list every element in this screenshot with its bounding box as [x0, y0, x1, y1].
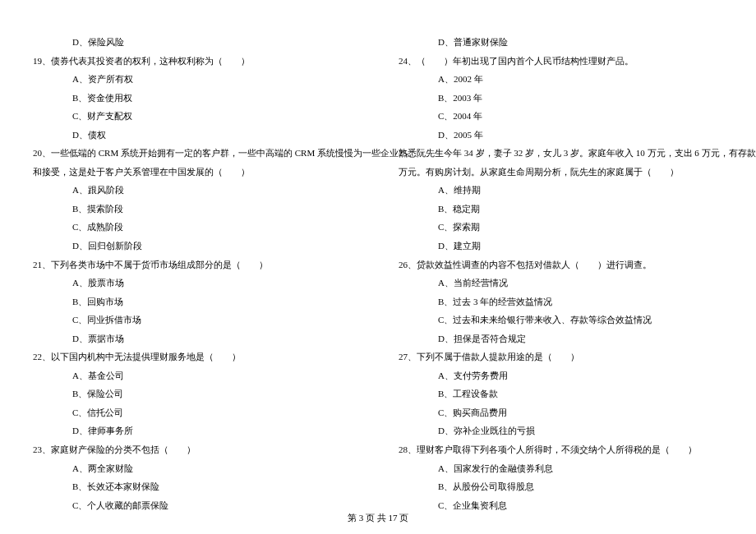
option-d-prev: D、保险风险 — [33, 33, 357, 52]
q24-b: B、2003 年 — [399, 89, 723, 108]
q22-d: D、律师事务所 — [33, 421, 357, 440]
q26-c: C、过去和未来给银行带来收入、存款等综合效益情况 — [399, 311, 723, 329]
q21-c: C、同业拆借市场 — [33, 311, 357, 329]
q21-a: A、股票市场 — [33, 274, 357, 292]
q25-d: D、建立期 — [399, 237, 723, 255]
q27-stem: 27、下列不属于借款人提款用途的是（ ） — [399, 348, 723, 366]
q19-c: C、财产支配权 — [33, 107, 357, 126]
q24-c: C、2004 年 — [399, 107, 723, 126]
q25-stem1: 25、阮先生今年 34 岁，妻子 32 岁，女儿 3 岁。家庭年收入 10 万元… — [399, 144, 723, 163]
q27-b: B、工程设备款 — [399, 384, 723, 403]
q26-a: A、当前经营情况 — [399, 274, 723, 292]
q20-b: B、摸索阶段 — [33, 200, 357, 219]
page-columns: D、保险风险 19、债券代表其投资者的权利，这种权利称为（ ） A、资产所有权 … — [33, 33, 723, 501]
q27-c: C、购买商品费用 — [399, 403, 723, 422]
q25-a: A、维持期 — [399, 181, 723, 200]
q20-a: A、跟风阶段 — [33, 181, 357, 200]
option-d-prev-r: D、普通家财保险 — [399, 33, 723, 52]
q27-a: A、支付劳务费用 — [399, 366, 723, 385]
q23-b: B、长效还本家财保险 — [33, 477, 357, 496]
q21-stem: 21、下列各类市场中不属于货币市场组成部分的是（ ） — [33, 255, 357, 274]
q24-stem: 24、（ ）年初出现了国内首个人民币结构性理财产品。 — [399, 52, 723, 71]
q25-stem2: 万元。有购房计划。从家庭生命周期分析，阮先生的家庭属于（ ） — [399, 163, 723, 182]
q19-d: D、债权 — [33, 126, 357, 145]
q25-b: B、稳定期 — [399, 200, 723, 219]
q24-a: A、2002 年 — [399, 70, 723, 89]
q26-d: D、担保是否符合规定 — [399, 329, 723, 348]
left-column: D、保险风险 19、债券代表其投资者的权利，这种权利称为（ ） A、资产所有权 … — [33, 33, 357, 501]
q21-d: D、票据市场 — [33, 329, 357, 348]
q28-a: A、国家发行的金融债券利息 — [399, 459, 723, 478]
q26-b: B、过去 3 年的经营效益情况 — [399, 292, 723, 311]
q22-a: A、基金公司 — [33, 366, 357, 385]
q23-stem: 23、家庭财产保险的分类不包括（ ） — [33, 440, 357, 459]
q27-d: D、弥补企业既往的亏损 — [399, 421, 723, 440]
q20-d: D、回归创新阶段 — [33, 237, 357, 255]
q25-c: C、探索期 — [399, 218, 723, 237]
page-footer: 第 3 页 共 17 页 — [0, 512, 756, 524]
q23-a: A、两全家财险 — [33, 459, 357, 478]
q22-c: C、信托公司 — [33, 403, 357, 422]
q28-b: B、从股份公司取得股息 — [399, 477, 723, 496]
q26-stem: 26、贷款效益性调查的内容不包括对借款人（ ）进行调查。 — [399, 255, 723, 274]
q22-b: B、保险公司 — [33, 384, 357, 403]
q20-stem2: 和接受，这是处于客户关系管理在中国发展的（ ） — [33, 163, 357, 182]
right-column: D、普通家财保险 24、（ ）年初出现了国内首个人民币结构性理财产品。 A、20… — [399, 33, 723, 501]
q19-stem: 19、债券代表其投资者的权利，这种权利称为（ ） — [33, 52, 357, 71]
q28-stem: 28、理财客户取得下列各项个人所得时，不须交纳个人所得税的是（ ） — [399, 440, 723, 459]
q21-b: B、回购市场 — [33, 292, 357, 311]
q20-c: C、成熟阶段 — [33, 218, 357, 237]
q19-a: A、资产所有权 — [33, 70, 357, 89]
q19-b: B、资金使用权 — [33, 89, 357, 108]
q20-stem1: 20、一些低端的 CRM 系统开始拥有一定的客户群，一些中高端的 CRM 系统慢… — [33, 144, 357, 163]
q24-d: D、2005 年 — [399, 126, 723, 145]
q22-stem: 22、以下国内机构中无法提供理财服务地是（ ） — [33, 348, 357, 366]
